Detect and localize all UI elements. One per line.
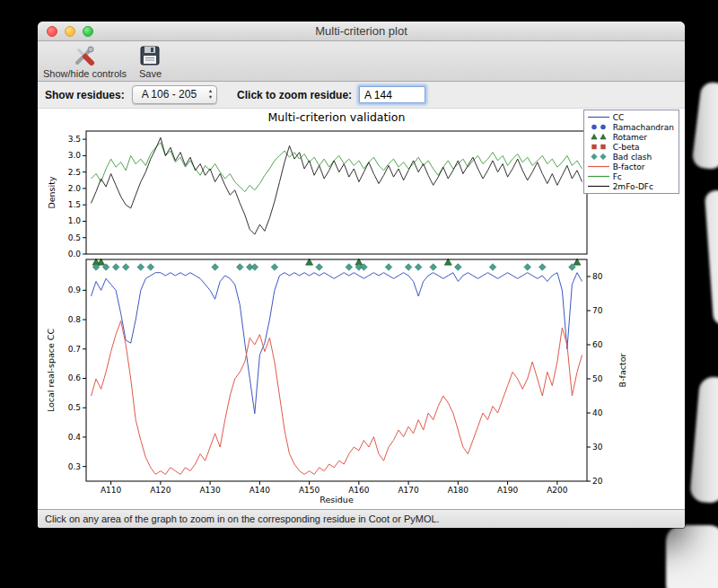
legend-item: C-beta xyxy=(587,142,674,152)
save-button[interactable]: Save xyxy=(139,44,162,79)
legend-label: Ramachandran xyxy=(613,123,674,132)
legend-swatch-diamonds xyxy=(587,153,610,161)
scan-artifact xyxy=(705,189,718,325)
legend-item: Rotamer xyxy=(587,132,674,142)
show-residues-label: Show residues: xyxy=(45,89,125,101)
minimize-button[interactable] xyxy=(65,26,75,37)
legend-label: Bad clash xyxy=(613,153,652,162)
zoom-residue-input[interactable] xyxy=(359,86,425,103)
residue-range-select[interactable]: A 106 - 205 ▲▼ xyxy=(132,85,217,104)
legend-swatch-triangles xyxy=(587,133,610,141)
svg-text:3.0: 3.0 xyxy=(68,151,82,160)
svg-text:A180: A180 xyxy=(448,486,469,495)
legend-item: Ramachandran xyxy=(587,122,674,132)
svg-text:0.6: 0.6 xyxy=(68,373,82,382)
svg-text:30: 30 xyxy=(592,443,603,452)
svg-text:Local real-space CC: Local real-space CC xyxy=(46,329,56,413)
close-button[interactable] xyxy=(47,26,57,37)
svg-text:A110: A110 xyxy=(101,486,122,495)
svg-text:2.5: 2.5 xyxy=(68,168,81,177)
legend-swatch-line xyxy=(587,113,610,121)
svg-text:0.7: 0.7 xyxy=(68,345,81,354)
svg-text:A120: A120 xyxy=(150,486,171,495)
svg-text:80: 80 xyxy=(592,272,603,281)
svg-text:50: 50 xyxy=(592,374,603,383)
svg-text:Density: Density xyxy=(47,176,57,208)
toolbar-label: Save xyxy=(139,68,162,79)
legend-swatch-circles xyxy=(587,123,610,131)
legend-item: Fc xyxy=(587,171,674,181)
legend-swatch-squares xyxy=(587,143,610,151)
legend-item: CC xyxy=(587,112,674,122)
svg-text:A160: A160 xyxy=(348,486,370,495)
window-title: Multi-criterion plot xyxy=(315,24,407,38)
svg-text:70: 70 xyxy=(592,306,603,315)
save-icon xyxy=(139,44,161,67)
svg-text:20: 20 xyxy=(592,477,603,486)
svg-text:Residue: Residue xyxy=(320,495,354,505)
svg-text:0.5: 0.5 xyxy=(68,233,81,242)
svg-text:3.5: 3.5 xyxy=(68,135,81,144)
traffic-lights xyxy=(47,26,93,37)
controls-bar: Show residues: A 106 - 205 ▲▼ Click to z… xyxy=(38,82,685,109)
legend-item: Bad clash xyxy=(587,152,674,162)
zoom-residue-label: Click to zoom residue: xyxy=(237,89,352,101)
show-hide-controls-button[interactable]: Show/hide controls xyxy=(43,44,127,79)
plot-area[interactable]: 0.00.51.01.52.02.53.03.50.30.40.50.60.70… xyxy=(38,109,685,509)
legend-label: C-beta xyxy=(613,143,640,152)
svg-text:A150: A150 xyxy=(299,486,320,495)
scan-artifact xyxy=(689,376,718,505)
svg-text:2.0: 2.0 xyxy=(68,184,82,193)
window-titlebar[interactable]: Multi-criterion plot xyxy=(38,22,685,41)
legend-swatch-line xyxy=(587,162,610,171)
svg-text:B-factor: B-factor xyxy=(617,354,627,388)
svg-text:Multi-criterion validation: Multi-criterion validation xyxy=(268,110,406,124)
legend-item: B-factor xyxy=(587,162,674,171)
svg-text:0.5: 0.5 xyxy=(68,403,81,412)
svg-text:A200: A200 xyxy=(547,486,568,495)
svg-text:0.4: 0.4 xyxy=(68,433,82,442)
svg-text:0.0: 0.0 xyxy=(68,250,82,259)
legend-label: CC xyxy=(613,113,625,122)
residue-range-value: A 106 - 205 xyxy=(142,88,197,101)
svg-text:1.0: 1.0 xyxy=(68,216,82,225)
svg-text:0.9: 0.9 xyxy=(68,285,82,294)
toolbar-label: Show/hide controls xyxy=(43,68,127,79)
legend-label: Fc xyxy=(613,172,622,181)
status-text: Click on any area of the graph to zoom i… xyxy=(45,513,440,524)
scan-artifact xyxy=(691,81,718,170)
stepper-arrows-icon: ▲▼ xyxy=(208,88,213,101)
legend-label: B-factor xyxy=(613,162,645,171)
status-bar: Click on any area of the graph to zoom i… xyxy=(38,509,685,528)
legend-swatch-line xyxy=(587,182,610,190)
toolbar: Show/hide controls Save xyxy=(38,41,685,82)
zoom-window-button[interactable] xyxy=(83,26,93,37)
chart-legend: CCRamachandranRotamerC-betaBad clashB-fa… xyxy=(583,110,679,194)
svg-text:60: 60 xyxy=(592,340,603,349)
svg-text:A170: A170 xyxy=(398,486,419,495)
legend-swatch-line xyxy=(587,172,610,180)
scan-artifact xyxy=(666,525,718,588)
svg-text:40: 40 xyxy=(592,408,603,417)
legend-item: 2mFo-DFc xyxy=(587,181,674,191)
app-window: Multi-criterion plot Show/hide controls … xyxy=(38,22,685,528)
tools-icon xyxy=(73,44,96,67)
svg-text:1.5: 1.5 xyxy=(68,200,81,209)
svg-text:A190: A190 xyxy=(497,486,519,495)
svg-text:A140: A140 xyxy=(250,486,271,495)
legend-label: 2mFo-DFc xyxy=(613,182,653,191)
legend-label: Rotamer xyxy=(613,133,647,142)
svg-text:0.8: 0.8 xyxy=(68,315,82,324)
svg-text:0.3: 0.3 xyxy=(68,462,81,471)
svg-text:A130: A130 xyxy=(199,486,221,495)
